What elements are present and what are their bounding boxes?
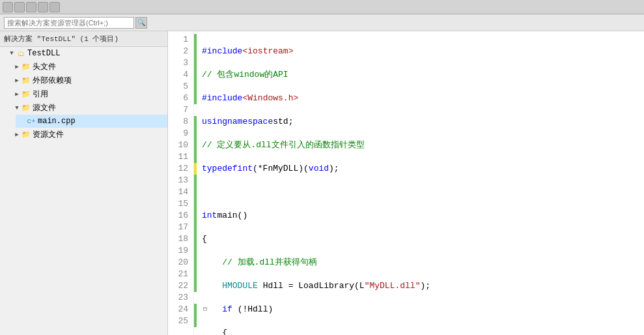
toolbar-back-btn[interactable] [3,2,13,12]
ln-25: 25 [168,315,193,327]
ln-3: 3 [168,57,193,69]
sidebar-item-main-cpp[interactable]: ▶ c+ main.cpp [16,115,167,128]
search-bar: 🔍 [0,14,644,31]
resources-arrow: ▶ [13,131,21,139]
sidebar-item-header-files[interactable]: ▶ 📁 头文件 [10,60,167,74]
ln-20: 20 [168,257,193,269]
ln-7: 7 [168,104,193,116]
ln-6: 6 [168,93,193,104]
ln-19: 19 [168,245,193,257]
code-editor: 1 2 3 4 5 6 7 8 9 10 11 12 13 14 15 16 1… [168,31,644,335]
references-arrow: ▶ [13,91,21,98]
code-line-1: #include <iostream> [202,46,644,57]
sidebar-item-resources[interactable]: ▶ 📁 资源文件 [10,128,167,141]
ln-22: 22 [168,280,193,292]
ln-24: 24 [168,304,193,315]
source-files-icon: 📁 [21,103,31,113]
ln-23: 23 [168,292,193,304]
code-line-8: int main() [202,210,644,222]
ln-18: 18 [168,233,193,245]
extern-deps-arrow: ▶ [13,77,21,85]
code-line-5: // 定义要从.dll文件引入的函数指针类型 [202,139,644,151]
sidebar-item-source-files[interactable]: ▼ 📁 源文件 [10,101,167,115]
ln-14: 14 [168,186,193,198]
main-cpp-icon: c+ [26,116,36,126]
toolbar [0,0,644,14]
main-cpp-label: main.cpp [38,117,76,126]
code-line-12: ⊟ if (!Hdll) [202,304,644,315]
code-line-3: #include <Windows.h> [202,93,644,104]
code-line-2: // 包含window的API [202,69,644,81]
code-line-6: typedef int (*FnMyDLL)(void); [202,163,644,175]
code-line-9: { [202,233,644,245]
toolbar-forward-btn[interactable] [14,2,25,12]
code-line-4: using namespace std; [202,116,644,128]
references-label: 引用 [33,89,48,100]
resources-label: 资源文件 [33,129,64,140]
search-input[interactable] [4,17,134,29]
source-files-arrow: ▼ [13,104,21,112]
sidebar-item-testdll[interactable]: ▼ 🗂 TestDLL [5,47,167,60]
ln-4: 4 [168,69,193,81]
extern-deps-icon: 📁 [21,76,31,86]
extern-deps-label: 外部依赖项 [33,75,72,86]
search-icon: 🔍 [137,19,145,27]
ln-13: 13 [168,175,193,186]
header-files-arrow: ▶ [13,63,21,71]
testdll-label: TestDLL [27,49,60,58]
testdll-arrow: ▼ [8,50,16,57]
solution-explorer-header: 解决方案 "TestDLL" (1 个项目) [0,31,167,47]
sidebar-item-references[interactable]: ▶ 📁 引用 [10,87,167,101]
testdll-icon: 🗂 [16,48,26,59]
sidebar-item-extern-deps[interactable]: ▶ 📁 外部依赖项 [10,74,167,87]
references-icon: 📁 [21,89,31,100]
ln-9: 9 [168,128,193,139]
code-area[interactable]: #include <iostream> // 包含window的API #inc… [197,31,644,335]
ln-12: 12 [168,163,193,175]
toolbar-action3-btn[interactable] [49,2,60,12]
source-files-label: 源文件 [33,102,56,113]
ln-17: 17 [168,222,193,233]
line-numbers: 1 2 3 4 5 6 7 8 9 10 11 12 13 14 15 16 1… [168,31,194,335]
code-line-13: { [202,327,644,335]
ln-10: 10 [168,139,193,151]
toolbar-action2-btn[interactable] [38,2,48,12]
solution-explorer-title: 解决方案 "TestDLL" (1 个项目) [4,35,119,43]
toolbar-action1-btn[interactable] [26,2,36,12]
ln-15: 15 [168,198,193,210]
ln-5: 5 [168,81,193,93]
main-layout: 解决方案 "TestDLL" (1 个项目) ▼ 🗂 TestDLL ▶ 📁 头… [0,31,644,335]
ln-8: 8 [168,116,193,128]
header-files-icon: 📁 [21,62,31,72]
code-line-10: // 加载.dll并获得句柄 [202,257,644,269]
solution-explorer: 解决方案 "TestDLL" (1 个项目) ▼ 🗂 TestDLL ▶ 📁 头… [0,31,168,335]
resources-icon: 📁 [21,130,31,140]
ln-11: 11 [168,151,193,163]
search-button[interactable]: 🔍 [135,17,147,29]
code-line-7 [202,186,644,198]
ln-2: 2 [168,46,193,57]
code-line-11: HMODULE Hdll = LoadLibrary(L"MyDLL.dll")… [202,280,644,292]
header-files-label: 头文件 [33,61,56,72]
ln-21: 21 [168,269,193,280]
ln-1: 1 [168,34,193,46]
ln-16: 16 [168,210,193,222]
